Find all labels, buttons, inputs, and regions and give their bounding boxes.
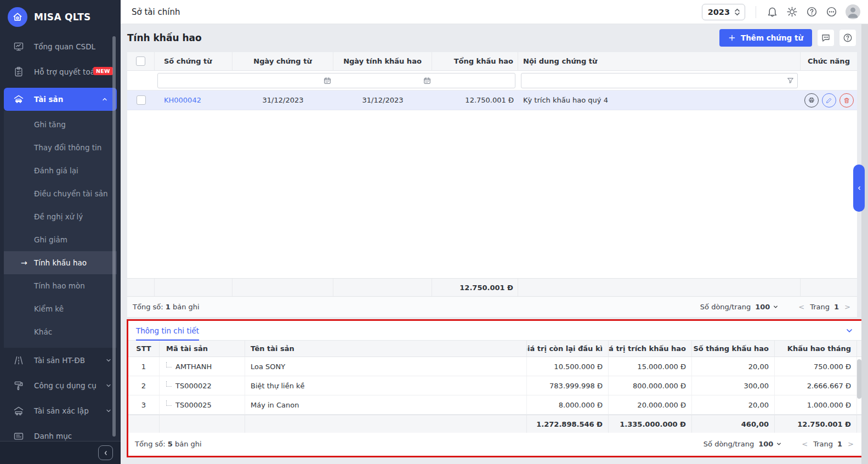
sidebar-subitem-khac[interactable]: Khác xyxy=(4,320,117,343)
brand-logo-row[interactable]: MISA QLTS xyxy=(0,0,121,34)
detail-row[interactable]: 2 TS000022 Biệt thự liền kề 783.999.998 … xyxy=(128,376,864,395)
sidebar-item-label: Hỗ trợ quyết toán xyxy=(34,67,99,76)
feedback-button[interactable] xyxy=(818,30,834,46)
total-filter-input[interactable] xyxy=(432,76,512,85)
detail-col-remaining[interactable]: Giá trị còn lại đầu kì xyxy=(527,341,609,357)
sidebar-subitem-danh-gia-lai[interactable]: Đánh giá lại xyxy=(4,159,117,182)
sidebar-item-tai-san-ht-db[interactable]: Tài sản HT-ĐB xyxy=(0,348,121,373)
sidebar-subitem-kiem-ke[interactable]: Kiểm kê xyxy=(4,297,117,320)
doc-date-cell: 31/12/2023 xyxy=(232,90,333,110)
doc-no-filter[interactable] xyxy=(157,73,232,88)
sidebar-item-ho-tro-quyet-toan[interactable]: Hỗ trợ quyết toán NEW xyxy=(0,59,121,84)
user-avatar[interactable] xyxy=(846,4,860,19)
sidebar-item-tai-san-xac-lap[interactable]: Tài sản xác lập xyxy=(0,398,121,423)
total-filter[interactable]: = xyxy=(432,73,515,88)
detail-col-months[interactable]: Số tháng khấu hao xyxy=(692,341,775,357)
sidebar-scrollbar[interactable] xyxy=(112,36,116,437)
detail-row[interactable]: 3 TS000025 Máy in Canon 8.000.000 Đ 20.0… xyxy=(128,395,864,415)
col-header-description[interactable]: Nội dung chứng từ xyxy=(518,52,801,70)
asset-name-cell: Loa SONY xyxy=(245,357,527,376)
prev-page-button[interactable]: < xyxy=(797,303,805,311)
settings-button[interactable] xyxy=(786,6,798,18)
col-header-dep-date[interactable]: Ngày tính khấu hao xyxy=(333,52,432,70)
table-row[interactable]: KH000042 31/12/2023 31/12/2023 12.750.00… xyxy=(127,90,857,110)
sidebar-item-label: Tổng quan CSDL xyxy=(34,42,95,51)
detail-scrollbar[interactable] xyxy=(857,359,861,399)
dep-date-filter[interactable] xyxy=(333,73,432,88)
filter-description-cell xyxy=(518,71,801,90)
detail-col-name[interactable]: Tên tài sản xyxy=(245,341,527,357)
fiscal-year-select[interactable]: 2023 xyxy=(702,4,745,20)
detail-col-code[interactable]: Mã tài sản xyxy=(160,341,245,357)
tab-thong-tin-chi-tiet[interactable]: Thông tin chi tiết xyxy=(136,321,199,341)
col-header-total[interactable]: Tổng khấu hao xyxy=(432,52,518,70)
sidebar-subitem-ghi-tang[interactable]: Ghi tăng xyxy=(4,113,117,136)
detail-col-monthly[interactable]: Khấu hao tháng xyxy=(775,341,857,357)
calendar-icon[interactable] xyxy=(324,77,331,84)
detail-tab-bar: Thông tin chi tiết xyxy=(128,321,864,341)
org-title: Sở tài chính xyxy=(132,7,180,17)
notifications-button[interactable] xyxy=(767,6,778,18)
help-button[interactable] xyxy=(806,6,818,18)
document-link[interactable]: KH000042 xyxy=(164,96,201,104)
sidebar-subitem-tinh-khau-hao[interactable]: → Tính khấu hao xyxy=(4,251,117,274)
prev-page-button[interactable]: < xyxy=(801,440,809,448)
col-header-doc-no[interactable]: Số chứng từ xyxy=(155,52,232,70)
total-empty-cell xyxy=(518,279,801,296)
dep-date-filter-input[interactable] xyxy=(333,76,421,85)
road-icon xyxy=(13,355,24,366)
edit-button[interactable] xyxy=(822,93,836,107)
avatar-icon xyxy=(846,4,860,19)
total-monthly: 12.750.001 Đ xyxy=(775,415,857,433)
subitem-label: Kiểm kê xyxy=(34,304,64,313)
rows-per-page-select[interactable]: 100 xyxy=(758,440,782,448)
sidebar-subitem-tinh-hao-mon[interactable]: Tính hao mòn xyxy=(4,274,117,297)
divider xyxy=(756,6,756,18)
filter-actions-cell xyxy=(801,71,857,90)
rows-per-page-select[interactable]: 100 xyxy=(755,303,779,311)
next-page-button[interactable]: > xyxy=(847,440,855,448)
collapse-detail-button[interactable] xyxy=(845,326,854,335)
total-empty-cell xyxy=(155,279,232,296)
sidebar-item-tai-san[interactable]: Tài sản xyxy=(4,88,117,111)
detail-col-depreciation[interactable]: Giá trị trích khấu hao xyxy=(609,341,692,357)
delete-button[interactable] xyxy=(839,93,854,107)
depreciation-value-cell: 800.000.000 Đ xyxy=(609,376,692,395)
side-panel-toggle[interactable] xyxy=(853,165,865,212)
record-count-label: Tổng số: xyxy=(133,303,163,311)
doc-date-filter[interactable] xyxy=(232,73,333,88)
page-scrollbar-track[interactable] xyxy=(861,24,868,464)
stt-cell: 2 xyxy=(128,376,160,395)
col-header-doc-date[interactable]: Ngày chứng từ xyxy=(232,52,333,70)
row-checkbox[interactable] xyxy=(137,95,146,105)
funnel-icon[interactable] xyxy=(787,77,794,84)
toolbar-actions: Thêm chứng từ xyxy=(719,29,856,47)
doc-no-filter-input[interactable] xyxy=(161,76,232,85)
description-filter-input[interactable] xyxy=(525,76,784,85)
doc-date-filter-input[interactable] xyxy=(232,76,321,85)
description-filter[interactable] xyxy=(521,73,798,88)
chat-bubble-icon xyxy=(821,32,831,43)
filter-empty-cell xyxy=(127,71,155,90)
sidebar-subitem-ghi-giam[interactable]: Ghi giảm xyxy=(4,228,117,251)
calendar-icon[interactable] xyxy=(423,77,431,84)
select-all-checkbox[interactable] xyxy=(136,56,145,66)
description-cell: Kỳ trích khấu hao quý 4 xyxy=(518,90,801,110)
page-help-button[interactable] xyxy=(839,30,856,46)
rows-per-page-label: Số dòng/trang xyxy=(704,440,754,448)
sidebar-subitem-dieu-chuyen-tai-san[interactable]: Điều chuyển tài sản xyxy=(4,182,117,205)
add-document-button[interactable]: Thêm chứng từ xyxy=(719,29,812,47)
sidebar-item-tong-quan-csdl[interactable]: Tổng quan CSDL xyxy=(0,34,121,59)
asset-code: TS000025 xyxy=(175,401,212,409)
next-page-button[interactable]: > xyxy=(843,303,852,311)
sidebar-subitem-thay-doi-thong-tin[interactable]: Thay đổi thông tin xyxy=(4,136,117,159)
print-button[interactable] xyxy=(804,93,819,107)
detail-row[interactable]: 1 AMTHANH Loa SONY 10.500.000 Đ 15.000.0… xyxy=(128,357,864,376)
sidebar-subitem-de-nghi-xu-ly[interactable]: Đề nghị xử lý xyxy=(4,205,117,228)
total-cell: 12.750.001 Đ xyxy=(432,90,518,110)
detail-col-stt[interactable]: STT xyxy=(128,341,160,357)
topbar-controls: 2023 xyxy=(702,4,860,20)
sidebar-collapse-button[interactable] xyxy=(98,445,113,460)
more-button[interactable] xyxy=(826,6,837,18)
sidebar-item-cong-cu-dung-cu[interactable]: Công cụ dụng cụ xyxy=(0,373,121,398)
